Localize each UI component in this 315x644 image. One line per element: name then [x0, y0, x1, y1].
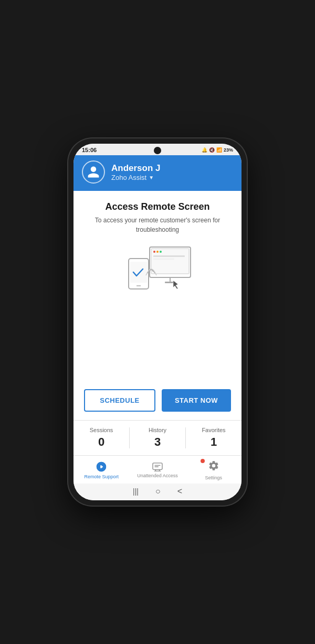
favorites-value: 1 [211, 435, 217, 449]
action-buttons: SCHEDULE START NOW [84, 389, 231, 412]
svg-marker-12 [173, 281, 178, 289]
favorites-stat[interactable]: Favorites 1 [186, 427, 242, 449]
camera-notch [154, 147, 161, 154]
user-avatar [82, 160, 105, 184]
schedule-button[interactable]: SCHEDULE [84, 389, 155, 412]
volume-icon: 🔇 [209, 147, 215, 153]
history-label: History [149, 427, 166, 433]
app-name-row[interactable]: Zoho Assist ▼ [111, 174, 161, 181]
svg-rect-19 [153, 463, 162, 470]
svg-point-4 [153, 251, 155, 253]
sessions-label: Sessions [90, 427, 113, 433]
favorites-label: Favorites [202, 427, 225, 433]
nav-unattended-access[interactable]: Unattended Access [130, 462, 186, 478]
nav-settings[interactable]: Settings [185, 460, 242, 480]
settings-badge [201, 459, 205, 463]
android-home-button[interactable]: ○ [155, 487, 161, 496]
battery-text: 23% [224, 147, 233, 153]
unattended-access-icon [152, 462, 163, 471]
card-subtitle: To access your remote customer's screen … [84, 216, 231, 234]
svg-point-6 [160, 251, 162, 253]
history-value: 3 [154, 435, 161, 449]
status-icons: 🔔 🔇 📶 23% [202, 147, 233, 153]
start-now-button[interactable]: START NOW [162, 389, 231, 412]
phone-screen: 15:06 🔔 🔇 📶 23% Anderson J Zoho Assist ▼ [74, 144, 242, 500]
notification-icon: 🔔 [202, 147, 207, 153]
status-time: 15:06 [82, 147, 97, 153]
svg-rect-7 [153, 255, 185, 257]
phone-frame: 15:06 🔔 🔇 📶 23% Anderson J Zoho Assist ▼ [68, 138, 247, 506]
remote-support-icon [96, 461, 107, 473]
nav-remote-support[interactable]: Remote Support [74, 461, 130, 479]
svg-rect-8 [153, 259, 174, 260]
remote-access-illustration [121, 243, 194, 300]
access-card: Access Remote Screen To access your remo… [74, 191, 242, 420]
android-menu-button[interactable]: ||| [133, 487, 139, 496]
history-stat[interactable]: History 3 [130, 427, 185, 449]
main-content: Access Remote Screen To access your remo… [74, 191, 242, 455]
user-name: Anderson J [111, 163, 161, 174]
settings-icon-wrapper [208, 460, 219, 474]
svg-point-5 [156, 251, 159, 253]
wifi-icon: 📶 [216, 147, 222, 153]
sessions-stat: Sessions 0 [74, 427, 129, 449]
remote-support-label: Remote Support [85, 474, 119, 479]
android-back-button[interactable]: < [177, 487, 182, 496]
unattended-access-label: Unattended Access [137, 473, 178, 478]
card-title: Access Remote Screen [105, 201, 209, 212]
android-nav-bar: ||| ○ < [74, 484, 242, 500]
header-text: Anderson J Zoho Assist ▼ [111, 163, 161, 181]
stats-row: Sessions 0 History 3 Favorites 1 [74, 420, 242, 455]
settings-gear-icon [208, 460, 219, 471]
settings-label: Settings [205, 475, 222, 480]
app-header: Anderson J Zoho Assist ▼ [74, 155, 242, 191]
bottom-nav: Remote Support Unattended Access [74, 455, 242, 484]
sessions-value: 0 [98, 435, 104, 449]
dropdown-arrow: ▼ [149, 175, 154, 180]
